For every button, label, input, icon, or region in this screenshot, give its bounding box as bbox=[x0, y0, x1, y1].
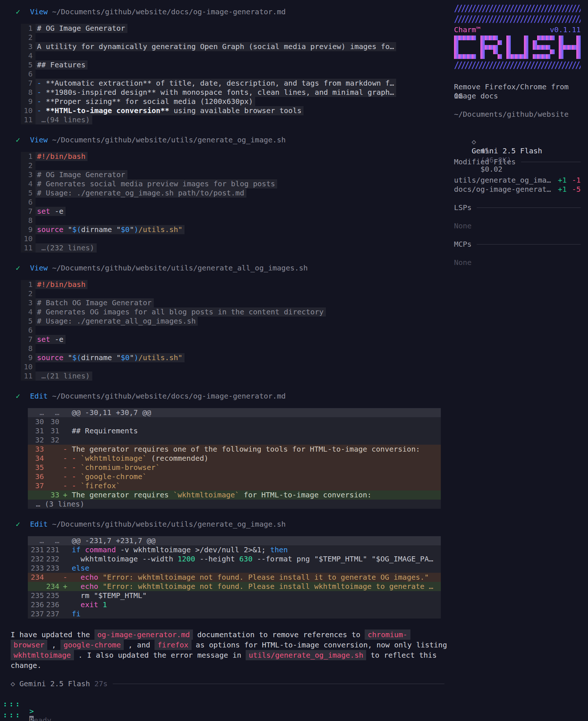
logo-pixel bbox=[467, 54, 472, 59]
tool-call-label: Edit bbox=[30, 520, 48, 528]
logo-pixel bbox=[546, 45, 550, 50]
diff-change-marker: - bbox=[59, 472, 72, 481]
logo-pixel bbox=[542, 54, 546, 59]
logo-pixel bbox=[542, 36, 546, 40]
code-token: # Generates OG images for all blog posts… bbox=[37, 307, 324, 316]
code-line-content: # Batch OG Image Generator bbox=[36, 298, 154, 307]
line-number: 1 bbox=[21, 152, 36, 161]
diff-old-line-number: 36 bbox=[28, 472, 44, 481]
code-token: $( bbox=[72, 225, 81, 234]
code-token: #!/bin/bash bbox=[37, 152, 85, 161]
code-token: -v wkhtmltoimage >/dev/null 2>&1; bbox=[116, 545, 270, 554]
code-token: for HTML-to-image conversion: bbox=[239, 490, 372, 499]
lsps-none: None bbox=[454, 221, 581, 231]
deletions-count: -1 bbox=[572, 176, 581, 185]
diff-change-marker: - bbox=[59, 445, 72, 454]
code-token: # Batch OG Image Generator bbox=[37, 298, 152, 307]
code-line: 10 bbox=[21, 234, 446, 243]
logo-pixel bbox=[524, 40, 528, 45]
section-rule bbox=[521, 162, 581, 162]
code-token: - bbox=[72, 454, 81, 463]
diff-line-content: The generator requires one of the follow… bbox=[72, 445, 441, 454]
logo-pixel bbox=[559, 36, 563, 40]
code-token: …(21 lines) bbox=[37, 371, 90, 380]
code-token: if bbox=[72, 545, 81, 554]
line-number: 6 bbox=[21, 198, 36, 207]
diff-line-add: 33+The generator requires `wkhtmltoimage… bbox=[28, 490, 441, 500]
inline-code-chip: chromium- bbox=[365, 630, 410, 640]
tool-call-header: ✓View~/Documents/github/website/utils/ge… bbox=[16, 135, 446, 145]
footer-dots: ::: ::: bbox=[3, 698, 22, 720]
message-text: I have updated the bbox=[11, 630, 94, 639]
session-title-line: Remove Firefox/Chrome from OG bbox=[454, 82, 581, 91]
stripe-decoration: ////////////////////////////////////////… bbox=[454, 14, 581, 24]
diff-new-line-number bbox=[44, 472, 59, 481]
diff-line-content: - `chromium-browser` bbox=[72, 463, 441, 472]
code-line: 2 bbox=[21, 33, 446, 42]
code-token: #!/bin/bash bbox=[37, 280, 85, 289]
diff-new-line-number bbox=[44, 454, 59, 463]
code-line: 3A utility for dynamically generating Op… bbox=[21, 42, 446, 51]
line-number: 5 bbox=[21, 188, 36, 198]
inline-code-chip: google-chrome bbox=[60, 640, 124, 650]
logo-pixel bbox=[542, 45, 546, 50]
code-line-content: source "$(dirname "$0")/utils.sh" bbox=[36, 353, 185, 362]
tool-call-list: ✓View~/Documents/github/website/docs/og-… bbox=[16, 7, 446, 619]
session-title: Remove Firefox/Chrome from OG image docs bbox=[454, 82, 581, 101]
code-line: 1# OG Image Generator bbox=[21, 24, 446, 33]
diff-change-marker: - bbox=[59, 481, 72, 490]
logo-pixel bbox=[485, 45, 489, 50]
code-line: 11 …(232 lines) bbox=[21, 243, 446, 253]
message-text: . I also updated the error message in bbox=[74, 651, 246, 660]
line-number: 2 bbox=[21, 289, 36, 298]
code-token: # OG Image Generator bbox=[37, 170, 125, 179]
code-token bbox=[81, 545, 85, 554]
tool-call-path: ~/Documents/github/website/utils/generat… bbox=[52, 135, 286, 144]
code-line-content: # Usage: ./generate_og_image.sh path/to/… bbox=[36, 188, 246, 198]
code-token: ## Features bbox=[37, 60, 85, 69]
code-token: 1 bbox=[103, 600, 107, 609]
logo-pixel bbox=[472, 36, 476, 40]
logo-pixel bbox=[537, 45, 542, 50]
additions-count: +1 bbox=[558, 185, 567, 194]
diff-old-line-number bbox=[28, 582, 44, 591]
assistant-message-line: wkhtmltoimage . I also updated the error… bbox=[11, 650, 446, 660]
check-icon: ✓ bbox=[16, 392, 20, 400]
context-percent: 4% bbox=[480, 146, 489, 155]
section-rule bbox=[477, 244, 581, 244]
logo-pixel bbox=[546, 36, 550, 40]
diff-old-line-number: 234 bbox=[28, 573, 44, 582]
message-text: documentation to remove references to bbox=[193, 630, 365, 639]
logo-pixel bbox=[576, 54, 581, 59]
logo-pixel bbox=[467, 36, 472, 40]
file-path: docs/og-image-generat… bbox=[454, 185, 558, 194]
code-token: `firefox` bbox=[81, 481, 120, 490]
diff-hunk-header: ……@@ -231,7 +231,7 @@ bbox=[28, 536, 441, 545]
code-line-content: source "$(dirname "$0")/utils.sh" bbox=[36, 225, 185, 234]
diff-new-line-number: 233 bbox=[44, 564, 59, 573]
prompt-chevron-icon: > bbox=[29, 707, 34, 716]
logo-pixel bbox=[489, 36, 493, 40]
line-number: 5 bbox=[21, 60, 36, 70]
code-token bbox=[72, 573, 81, 582]
logo-pixel bbox=[511, 54, 515, 59]
code-token: dirname " bbox=[81, 225, 120, 234]
code-line: 2 bbox=[21, 289, 446, 298]
diff-old-line-number bbox=[28, 490, 44, 500]
check-icon: ✓ bbox=[16, 7, 20, 16]
logo-pixel bbox=[537, 36, 542, 40]
prompt-input[interactable]: > Ready... bbox=[12, 698, 446, 707]
diff-old-line-number: 235 bbox=[28, 591, 44, 600]
diff-line-del: 37-- `firefox` bbox=[28, 481, 441, 490]
code-token: else bbox=[72, 564, 89, 572]
model-status-divider: ◇ Gemini 2.5 Flash 27s bbox=[11, 679, 444, 688]
logo-pixel bbox=[559, 49, 563, 54]
code-token: `google-chrome` bbox=[81, 472, 147, 481]
lsps-header: LSPs bbox=[454, 203, 581, 212]
diff-line-content: fi bbox=[72, 609, 441, 619]
code-token: "Error: wkhtmltoimage not found. Please … bbox=[98, 573, 429, 582]
tool-call-view-1: ✓View~/Documents/github/website/utils/ge… bbox=[16, 135, 446, 253]
tool-call-edit-4: ✓Edit~/Documents/github/website/utils/ge… bbox=[16, 520, 446, 619]
code-line: 7set -e bbox=[21, 335, 446, 344]
code-token: $0 bbox=[121, 353, 130, 362]
